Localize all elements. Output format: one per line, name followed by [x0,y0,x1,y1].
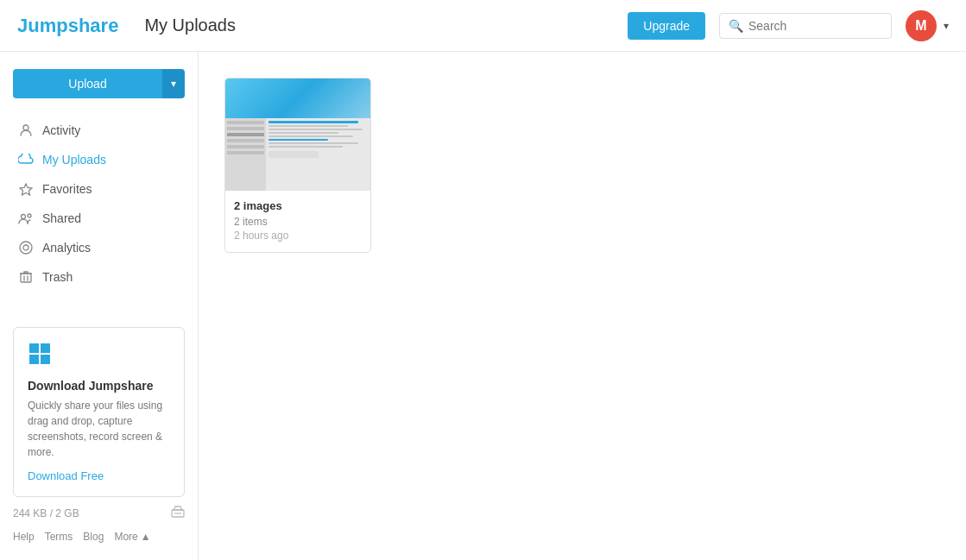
sidebar-item-favorites-label: Favorites [42,182,92,196]
sidebar-item-trash[interactable]: Trash [13,262,185,292]
sidebar-nav: Activity My Uploads Favorites [13,116,185,292]
sidebar-item-analytics-label: Analytics [42,241,91,255]
svg-marker-1 [20,184,32,195]
search-icon: 🔍 [729,19,743,33]
sidebar-item-my-uploads[interactable]: My Uploads [13,145,185,174]
file-info: 2 images 2 items 2 hours ago [225,191,370,252]
shared-icon [18,211,34,226]
svg-rect-8 [41,343,50,353]
promo-box: Download Jumpshare Quickly share your fi… [13,327,185,497]
help-link[interactable]: Help [13,531,35,543]
promo-title: Download Jumpshare [28,379,170,393]
search-box: 🔍 [719,13,892,39]
file-thumbnail [225,79,370,191]
svg-point-5 [23,245,28,250]
sidebar-item-shared-label: Shared [42,211,81,225]
sidebar-item-shared[interactable]: Shared [13,204,185,233]
file-card[interactable]: 2 images 2 items 2 hours ago [224,78,371,253]
svg-point-4 [20,242,32,254]
download-free-link[interactable]: Download Free [28,469,104,482]
terms-link[interactable]: Terms [45,531,73,543]
chevron-up-icon: ▲ [141,531,151,543]
files-grid: 2 images 2 items 2 hours ago [224,78,940,253]
search-input[interactable] [748,19,882,33]
svg-rect-9 [29,355,39,364]
more-link[interactable]: More ▲ [114,531,150,543]
analytics-icon [18,240,34,255]
svg-point-2 [22,215,26,219]
storage-bar: 244 KB / 2 GB [13,497,185,524]
svg-rect-10 [41,355,50,364]
sidebar: Upload ▾ Activity [0,52,199,560]
sidebar-footer: Help Terms Blog More ▲ [13,524,185,543]
trash-icon [18,269,34,285]
file-items: 2 items [234,216,362,228]
sidebar-item-trash-label: Trash [42,270,73,284]
star-icon [18,181,34,197]
storage-text: 244 KB / 2 GB [13,506,185,520]
upload-dropdown-button[interactable]: ▾ [162,69,185,98]
page-title: My Uploads [144,16,628,35]
sidebar-item-activity[interactable]: Activity [13,116,185,145]
avatar-caret-icon[interactable]: ▾ [944,20,949,32]
main-content: 2 images 2 items 2 hours ago [199,52,966,560]
avatar[interactable]: M [906,10,937,41]
windows-icon [28,342,170,372]
header-right: Upgrade 🔍 M ▾ [628,10,949,41]
logo[interactable]: Jumpshare [17,15,118,37]
sidebar-item-activity-label: Activity [42,123,80,137]
svg-point-0 [23,125,28,130]
svg-rect-7 [29,343,39,353]
chevron-down-icon: ▾ [171,78,176,90]
upgrade-button[interactable]: Upgrade [628,12,705,40]
upload-button-wrap: Upload ▾ [13,69,185,98]
cloud-icon [18,152,34,167]
activity-icon [18,123,34,138]
svg-point-3 [28,214,31,217]
promo-description: Quickly share your files using drag and … [28,398,170,460]
header: Jumpshare My Uploads Upgrade 🔍 M ▾ [0,0,966,52]
storage-icon [171,506,185,520]
sidebar-item-favorites[interactable]: Favorites [13,174,185,204]
sidebar-item-my-uploads-label: My Uploads [42,153,106,167]
blog-link[interactable]: Blog [83,531,104,543]
sidebar-item-analytics[interactable]: Analytics [13,233,185,262]
upload-button[interactable]: Upload [13,69,162,98]
layout: Upload ▾ Activity [0,52,966,560]
svg-rect-6 [21,274,31,282]
file-name: 2 images [234,199,362,212]
file-time: 2 hours ago [234,230,362,242]
